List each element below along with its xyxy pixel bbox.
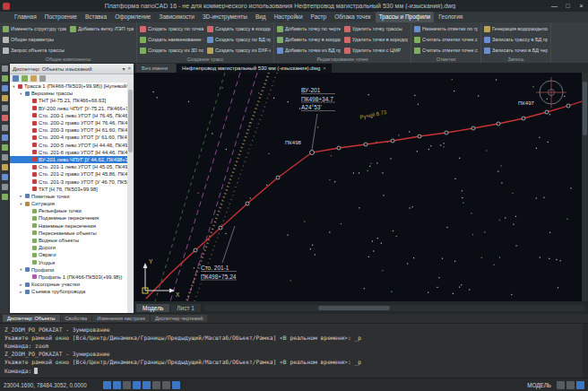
window-control-button[interactable]: — (548, 1, 561, 12)
side-toolbar-icon[interactable] (2, 95, 8, 101)
side-toolbar-icon[interactable] (2, 125, 8, 131)
tree-item[interactable]: Подземные пересечения (10, 214, 127, 222)
ribbon-tab[interactable]: Вставка (82, 12, 110, 22)
ribbon-button[interactable]: Общие параметры (2, 34, 67, 45)
ribbon-button[interactable]: Записать трассу в БД проекта (483, 34, 549, 45)
ribbon-button[interactable]: Назначить отметки по трассе (413, 23, 479, 34)
document-tab[interactable]: Без имени (136, 64, 176, 73)
ribbon-button[interactable]: Добавить точку по чертежу (276, 23, 342, 34)
ribbon-tab[interactable]: Построение (41, 12, 81, 22)
ribbon-button[interactable]: Создать трассу в координатах (206, 23, 272, 34)
side-toolbar-icon[interactable] (2, 144, 8, 151)
side-toolbar-icon[interactable] (2, 154, 8, 161)
expand-icon[interactable]: ▾ (19, 267, 23, 272)
expand-icon[interactable]: ▾ (19, 202, 23, 206)
tree-item[interactable]: ▸ Пикетные точки (10, 193, 127, 200)
tree-item[interactable]: ▸ Съемка трубопровода (10, 288, 127, 295)
ribbon-button[interactable]: Считать отметки точек с ЦМР (413, 34, 479, 45)
tree-item[interactable]: ▾ Профили (10, 266, 127, 274)
side-toolbar-icon[interactable] (2, 85, 8, 91)
tree-scrollbar[interactable] (127, 83, 134, 313)
status-toggle-icon[interactable] (103, 381, 111, 389)
docked-panel-tab[interactable]: Свойства (61, 315, 92, 322)
ribbon-tab[interactable]: Главная (11, 12, 40, 22)
status-toggle-icon[interactable] (566, 381, 575, 389)
ribbon-button[interactable]: Добавить точку в координатах (276, 34, 342, 45)
canvas-horizontal-scrollbar[interactable] (204, 305, 585, 311)
expand-icon[interactable]: ▾ (19, 91, 23, 96)
ribbon-button[interactable]: Добавить ветку ЛЭП трассы (69, 23, 134, 34)
ribbon-button[interactable]: Создать трассу по БД проекта (206, 34, 272, 45)
tree-scrollbar-thumb[interactable] (128, 90, 133, 152)
status-toggle-icon[interactable] (162, 381, 170, 389)
status-toggle-icon[interactable] (557, 381, 565, 389)
tree-item[interactable]: ВУ-201 лево ЧПУГ [У 44.62, ПК498+34.72] (10, 156, 127, 163)
tree-item[interactable]: ▾ Вершины трассы (10, 90, 127, 97)
side-toolbar-icon[interactable] (2, 65, 8, 72)
ribbon-button[interactable]: Записать точки в БД чертежа (483, 45, 549, 56)
status-toggle-icon[interactable] (576, 381, 584, 389)
status-toggle-icon[interactable] (143, 381, 151, 389)
expand-icon[interactable]: ▸ (19, 290, 23, 294)
side-toolbar-icon[interactable] (2, 105, 8, 111)
canvas-vscroll-thumb[interactable] (583, 82, 587, 135)
ribbon-tab[interactable]: Облака точек (331, 12, 375, 22)
ribbon-button[interactable]: Удалить точку трассы (343, 23, 409, 34)
command-input[interactable]: Команда: (4, 367, 584, 375)
canvas-vertical-scrollbar[interactable] (582, 73, 588, 301)
status-toggle-icon[interactable] (113, 381, 121, 389)
panel-tool-icon[interactable] (30, 75, 37, 82)
expand-icon[interactable]: ▾ (12, 84, 16, 89)
ribbon-button[interactable]: Создать трассу по точкам (139, 23, 204, 34)
side-toolbar-icon[interactable] (2, 184, 8, 190)
tree-item[interactable]: Сто. 200-1 лево УГОТ [Н 76.45, ПК466+82.… (10, 112, 127, 119)
panel-tool-icon[interactable] (39, 75, 46, 82)
status-toggle-icon[interactable] (152, 381, 160, 389)
canvas-hscroll-thumb[interactable] (318, 306, 390, 310)
ribbon-button[interactable]: Считать отметки точек с ЦМР чертежа (413, 45, 479, 56)
tree-item[interactable]: ▾ Ситуация (10, 200, 127, 207)
tree-item[interactable]: ТКТ [Н 76, ПК503+99.98] (10, 186, 127, 193)
ribbon-button[interactable]: Создать трассу из 3D полилинии (139, 45, 204, 56)
status-toggle-icon[interactable] (133, 381, 141, 389)
ribbon-tab[interactable]: Трассы и Профили (376, 12, 435, 22)
tree-item[interactable]: Сто. 200-4 право УГОТ [У 61.60, ПК470+42… (10, 134, 127, 141)
layout-tab[interactable]: Модель (136, 304, 169, 312)
side-toolbar-icon[interactable] (2, 194, 8, 200)
drawing-canvas[interactable]: ВУ-201ПК498+34.7А24°53'ПК498ПК497Ручей 8… (134, 73, 582, 301)
model-space-indicator[interactable]: МОДЕЛЬ (524, 382, 554, 388)
side-toolbar-icon[interactable] (2, 75, 8, 82)
side-toolbar-icon[interactable] (2, 174, 8, 180)
docked-panel-tab[interactable]: Изменения настроек (92, 315, 150, 322)
ribbon-button[interactable]: Удалить точки в коридоре (343, 34, 409, 45)
panel-tool-icon[interactable] (13, 75, 19, 82)
side-toolbar-icon[interactable] (2, 115, 8, 121)
tree-item[interactable]: Профиль 1 (ПК466-ПК503(+99.98)) (10, 274, 127, 281)
tree-item[interactable]: Водные объекты (10, 237, 127, 244)
tree-item[interactable]: ТНТ [Н-75.21, ПК466+66.63] (10, 97, 127, 104)
ribbon-button[interactable]: Генерация водоразделов (483, 23, 549, 34)
ribbon-tab[interactable]: Геология (435, 12, 466, 22)
pin-icon[interactable]: ▾ (122, 65, 125, 72)
tree-item[interactable]: Сто. 200-5 лево УГОТ [Н 44.46, ПК497+59.… (10, 142, 127, 149)
ribbon-button[interactable]: Запрос объекта трассы (2, 45, 67, 56)
window-control-button[interactable]: □ (561, 1, 575, 12)
tree-item[interactable]: Сто. 200-3 право УГОТ [Н 61.60, ПК469+34… (10, 126, 127, 134)
docked-panel-tab[interactable]: Диспетчер чертежей (151, 315, 207, 322)
tree-item[interactable]: ▾ Трасса 1 (ПК466-ПК503(+99.98)) [Нулево… (10, 83, 127, 90)
tree-item[interactable]: Дороги (10, 244, 127, 251)
tree-item[interactable]: ВУ-200 лево ЧПУГ [У-75.21, ПК466+76.45] (10, 105, 127, 112)
command-scrollbar[interactable] (583, 324, 588, 378)
ribbon-tab[interactable]: Растр (307, 12, 331, 22)
tree-item[interactable]: Сто. 201-2 право УГОТ [Н 45.86, ПК499+13… (10, 170, 127, 178)
ribbon-tab[interactable]: Зависимости (155, 12, 197, 22)
ribbon-tab[interactable]: Оформление (111, 12, 154, 22)
status-toggle-icon[interactable] (172, 381, 180, 389)
tree-item[interactable]: Овраги (10, 251, 127, 258)
tree-item[interactable]: Сто. 200-2 право УГОТ [Н 76.46, ПК467+02… (10, 119, 127, 126)
tree-item[interactable]: Рельефные точки (10, 207, 127, 214)
status-toggle-icon[interactable] (123, 381, 131, 389)
docked-panel-tab[interactable]: Диспетчер: Объекты (3, 315, 60, 322)
tree-item[interactable]: Сто. 201-1 лево УГОТ [Н 45.05, ПК498+75.… (10, 163, 127, 170)
tree-item[interactable]: Сто. 201-3 право УГОТ [У 46.70, ПК501+45… (10, 178, 127, 185)
